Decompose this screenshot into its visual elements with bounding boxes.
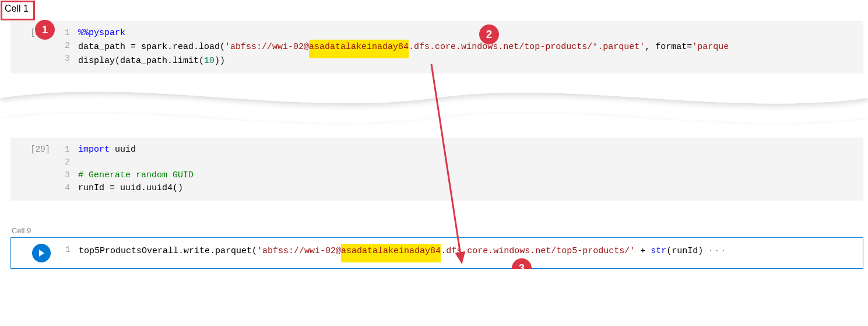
exec-controls [11,244,58,262]
code-cell-active[interactable]: 1 top5ProductsOverall.write.parquet('abf… [10,237,863,269]
code-content[interactable]: import uuid # Generate random GUIDrunId … [78,143,863,195]
line-numbers: 1 [58,244,79,262]
cell-1-label: Cell 1 [5,3,29,13]
code-content[interactable]: top5ProductsOverall.write.parquet('abfss… [79,244,863,262]
line-numbers: 1 2 3 [57,27,78,68]
code-cell[interactable]: [29] 1 2 3 4 import uuid # Generate rand… [10,138,863,201]
callout-1: 1 [35,20,55,40]
run-button[interactable] [32,244,51,262]
truncation-ellipsis: ··· [703,246,727,256]
cell-9: 1 top5ProductsOverall.write.parquet('abf… [10,237,863,269]
cell-1-label-highlight: Cell 1 [1,1,35,20]
callout-2: 2 [479,24,499,44]
play-icon [37,249,45,257]
cell-29: [29] 1 2 3 4 import uuid # Generate rand… [10,138,863,201]
code-content[interactable]: %%pysparkdata_path = spark.read.load('ab… [78,27,863,68]
code-cell[interactable]: [22] 1 2 3 %%pysparkdata_path = spark.re… [10,21,863,73]
content-break [0,73,868,138]
line-numbers: 1 2 3 4 [57,143,78,195]
exec-count: [29] [10,143,57,195]
cell-1: [22] 1 2 3 %%pysparkdata_path = spark.re… [10,21,863,73]
highlighted-storage-account-2: asadatalakeinaday84 [341,244,441,262]
cell-9-label: Cell 9 [10,224,868,237]
highlighted-storage-account-1: asadatalakeinaday84 [309,40,409,58]
